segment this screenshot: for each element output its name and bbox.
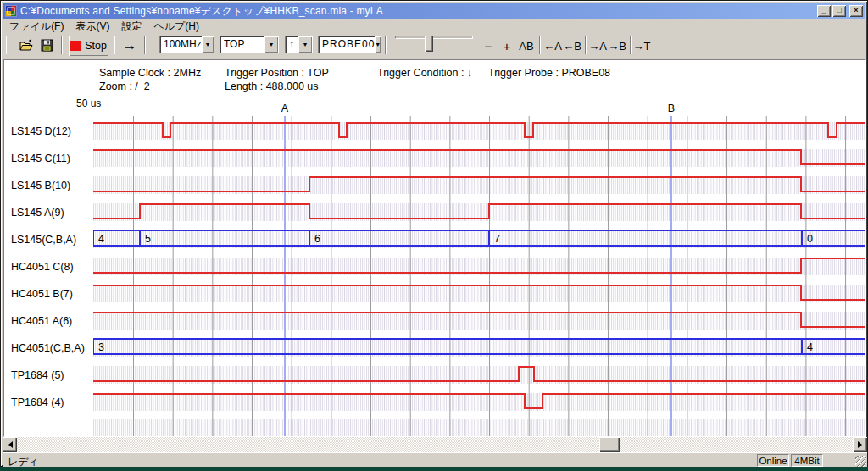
menu-item-1[interactable]: 表示(V) [70, 19, 115, 32]
trigger-edge-value: ↑ [286, 36, 298, 53]
set-marker-a-button[interactable]: →A [588, 36, 607, 56]
toolbar-separator [385, 36, 387, 54]
run-arrow-icon: → [123, 37, 137, 54]
channel-label: TP1684 (5) [11, 362, 92, 389]
menu-item-2[interactable]: 設定 [115, 19, 147, 32]
memory-status-badge: 4MBit [791, 454, 823, 467]
open-folder-icon [19, 39, 33, 53]
trigger-probe-info: Trigger Probe : PROBE08 [488, 67, 610, 79]
minus-icon: − [485, 39, 492, 53]
goto-trigger-button[interactable]: →T [632, 36, 651, 56]
trigger-probe-select[interactable]: PROBE00 ▼ [318, 36, 378, 53]
marker-b-label[interactable]: B [668, 103, 675, 114]
chevron-down-icon[interactable]: ▼ [375, 36, 381, 53]
time-scale-label: 50 us [76, 97, 101, 109]
plus-icon: + [504, 39, 511, 53]
app-icon [5, 5, 17, 17]
bus-value: 7 [494, 233, 500, 245]
minimize-button[interactable]: _ [817, 5, 831, 17]
scroll-right-icon [858, 441, 865, 448]
left-a-icon: ←A [543, 40, 562, 53]
trigger-condition-info: Trigger Condition : ↓ [377, 67, 472, 79]
ab-label: AB [519, 40, 533, 53]
chevron-down-icon[interactable]: ▼ [202, 36, 214, 53]
zoom-info: Zoom : / 2 [99, 80, 150, 92]
goto-marker-a-button[interactable]: ←A [543, 36, 562, 56]
toolbar-separator [114, 36, 115, 54]
stop-square-icon [70, 41, 81, 51]
channel-label: LS145 D(12) [11, 118, 92, 145]
length-info: Length : 488.000 us [225, 80, 319, 92]
channel-label: TP1684 (4) [11, 389, 92, 416]
run-button[interactable]: → [120, 36, 139, 56]
channel-label: LS145 B(10) [11, 172, 92, 199]
menu-item-3[interactable]: ヘルプ(H) [147, 19, 205, 32]
bus-value: 6 [314, 233, 320, 245]
sample-clock-select[interactable]: 100MHz ▼ [159, 36, 214, 53]
marker-a-label[interactable]: A [281, 103, 288, 114]
goto-marker-b-button[interactable]: ←B [563, 36, 581, 56]
toolbar-separator [144, 36, 146, 54]
close-button[interactable]: × [849, 5, 863, 17]
bus-value: 4 [807, 341, 813, 353]
right-t-icon: →T [633, 40, 651, 53]
channel-label: LS145(C,B,A) [11, 226, 92, 253]
trigger-position-info: Trigger Position : TOP [225, 67, 329, 79]
trigger-probe-value: PROBE00 [319, 36, 375, 53]
sample-clock-value: 100MHz [160, 36, 202, 53]
toolbar-separator [630, 36, 632, 54]
toolbar-separator [61, 36, 63, 54]
right-a-icon: →A [588, 40, 607, 53]
online-status-badge: Online [757, 454, 789, 467]
menu-item-0[interactable]: ファイル(F) [3, 19, 70, 32]
scroll-left-icon [5, 441, 13, 448]
horizontal-scrollbar[interactable] [3, 437, 867, 452]
bus-value: 0 [807, 233, 813, 245]
right-b-icon: →B [608, 40, 626, 53]
channel-label: HC4051(C,B,A) [11, 335, 92, 362]
channel-label: HC4051 C(8) [11, 253, 92, 280]
sample-clock-info: Sample Clock : 2MHz [99, 67, 201, 79]
bus-value: 4 [98, 233, 104, 245]
stop-label: Stop [85, 40, 107, 52]
save-button[interactable] [37, 36, 58, 56]
chevron-down-icon[interactable]: ▼ [298, 36, 312, 53]
left-b-icon: ←B [563, 40, 581, 53]
waveform-client-area: Sample Clock : 2MHz Trigger Position : T… [3, 59, 866, 437]
maximize-button[interactable]: □ [832, 5, 846, 17]
chevron-down-icon[interactable]: ▼ [264, 36, 278, 53]
toolbar-grip [6, 36, 8, 54]
bus-value: 3 [98, 341, 104, 353]
open-file-button[interactable] [15, 36, 37, 56]
scroll-right-button[interactable] [853, 437, 867, 452]
toolbar-separator [539, 36, 541, 54]
toolbar: Stop → 100MHz ▼ TOP ▼ ↑ ▼ PROBE00 ▼ − + … [3, 32, 865, 59]
scroll-left-button[interactable] [3, 437, 17, 452]
waveform-plot[interactable]: 4567034 [93, 116, 865, 437]
zoom-slider-thumb[interactable] [425, 36, 433, 52]
bus-value: 5 [145, 233, 151, 245]
zoom-in-button[interactable]: + [499, 36, 515, 56]
channel-label: HC4051 A(6) [11, 308, 92, 335]
toolbar-separator [585, 36, 587, 54]
zoom-out-button[interactable]: − [481, 36, 496, 56]
scrollbar-thumb[interactable] [599, 437, 620, 452]
zoom-slider-track[interactable] [395, 36, 473, 39]
set-marker-b-button[interactable]: →B [608, 36, 626, 56]
trigger-position-select[interactable]: TOP ▼ [220, 36, 279, 53]
window-title: C:¥Documents and Settings¥noname¥デスクトップ¥… [20, 4, 817, 19]
resize-grip[interactable] [855, 456, 866, 467]
title-bar[interactable]: C:¥Documents and Settings¥noname¥デスクトップ¥… [3, 3, 865, 19]
stop-button[interactable]: Stop [69, 36, 108, 56]
trigger-position-value: TOP [220, 36, 264, 53]
channel-label: LS145 C(11) [11, 145, 92, 172]
trigger-edge-select[interactable]: ↑ ▼ [285, 36, 313, 53]
channel-label: LS145 A(9) [11, 199, 92, 226]
status-ready-text: レディ [8, 455, 39, 469]
save-floppy-icon [41, 39, 54, 53]
channel-label: HC4051 B(7) [11, 280, 92, 308]
status-bar: レディ Online 4MBit [3, 452, 867, 467]
ab-button[interactable]: AB [517, 36, 536, 56]
menu-bar: ファイル(F)表示(V)設定ヘルプ(H) [3, 19, 865, 32]
app-window: C:¥Documents and Settings¥noname¥デスクトップ¥… [0, 0, 868, 467]
